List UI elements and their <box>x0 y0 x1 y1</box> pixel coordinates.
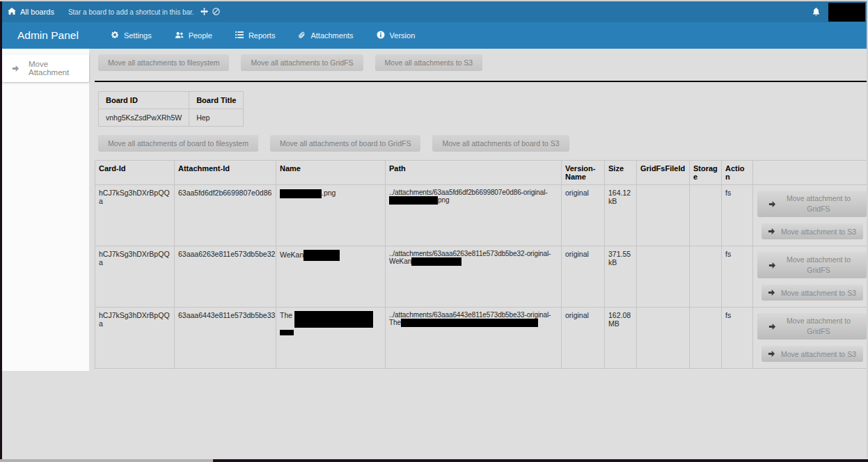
list-icon <box>235 31 244 40</box>
gridfsfileid-cell <box>637 246 690 308</box>
move-attachment-to-gridfs-button[interactable]: Move attachment to GridFS <box>757 191 867 217</box>
info-icon <box>377 31 385 40</box>
card-id-cell: hCJ7kSg3hDXrBpQQa <box>95 308 175 369</box>
move-all-to-s3-button[interactable]: Move all attachments to S3 <box>375 54 483 71</box>
sidebar: Move Attachment <box>2 49 89 371</box>
tab-reports[interactable]: Reports <box>235 31 276 40</box>
redacted-text <box>411 257 461 266</box>
action-cell: fs <box>722 308 753 369</box>
sidebar-item-label: Move Attachment <box>29 60 89 77</box>
board-title-header: Board Title <box>189 92 244 109</box>
bell-icon[interactable] <box>812 8 820 16</box>
redacted-text <box>280 330 294 335</box>
paperclip-icon <box>298 31 306 40</box>
arrow-right-icon <box>768 200 776 208</box>
arrow-right-icon <box>768 262 776 269</box>
move-attachment-to-s3-button[interactable]: Move attachment to S3 <box>762 223 863 239</box>
storage-cell <box>690 185 722 246</box>
users-icon <box>175 31 184 40</box>
gridfsfileid-cell <box>637 308 690 369</box>
storage-cell <box>690 308 722 369</box>
card-id-header: Card-Id <box>95 161 175 185</box>
all-boards-button[interactable]: All boards <box>8 8 54 16</box>
home-icon <box>8 8 16 16</box>
card-id-cell: hCJ7kSg3hDXrBpQQa <box>95 246 175 308</box>
board-title-cell: Hep <box>189 109 244 127</box>
horizontal-scrollbar[interactable] <box>0 459 868 462</box>
ban-icon[interactable] <box>212 6 220 18</box>
row-buttons-cell: Move attachment to GridFS Move attachmen… <box>753 246 868 308</box>
storage-cell <box>690 246 722 308</box>
board-move-buttons: Move all attachments of board to filesys… <box>98 135 867 152</box>
table-row: hCJ7kSg3hDXrBpQQa 63aaa6263e811e573db5be… <box>95 246 868 308</box>
attachment-id-cell: 63aaa6263e811e573db5be32 <box>175 246 276 308</box>
attachments-header-row: Card-Id Attachment-Id Name Path Version-… <box>95 161 868 185</box>
move-attachment-to-s3-button[interactable]: Move attachment to S3 <box>762 346 863 362</box>
attachment-id-cell: 63aaa6443e811e573db5be33 <box>175 308 276 369</box>
name-header: Name <box>276 161 386 185</box>
version-name-cell: original <box>562 185 605 246</box>
move-all-to-gridfs-button[interactable]: Move all attachments to GridFS <box>241 54 363 71</box>
sidebar-item-move-attachment[interactable]: Move Attachment <box>2 54 89 82</box>
size-cell: 164.12 kB <box>605 185 637 246</box>
table-row: hCJ7kSg3hDXrBpQQa 63aa5fd6df2b6699807e0d… <box>95 185 868 246</box>
divider <box>95 81 867 82</box>
row-buttons-cell: Move attachment to GridFS Move attachmen… <box>753 185 868 246</box>
action-cell: fs <box>722 185 753 246</box>
redacted-text <box>389 196 438 205</box>
move-all-to-filesystem-button[interactable]: Move all attachments to filesystem <box>98 54 229 71</box>
path-cell: ../attachments/63aaa6263e811e573db5be32-… <box>386 246 562 308</box>
gear-icon <box>111 31 119 40</box>
path-cell: ../attachments/63aa5fd6df2b6699807e0d86-… <box>386 185 562 246</box>
attachment-id-cell: 63aa5fd6df2b6699807e0d86 <box>175 185 276 246</box>
move-board-to-filesystem-button[interactable]: Move all attachments of board to filesys… <box>98 135 258 152</box>
arrow-right-icon <box>12 65 19 72</box>
attachment-id-header: Attachment-Id <box>175 161 276 185</box>
board-id-cell: vnhg5KsZsdPwXRh5W <box>99 109 189 127</box>
gridfsfileid-cell <box>637 185 690 246</box>
row-buttons-cell: Move attachment to GridFS Move attachmen… <box>753 308 868 369</box>
all-boards-label: All boards <box>20 8 54 16</box>
table-row: vnhg5KsZsdPwXRh5W Hep <box>99 109 244 127</box>
arrows-move-icon[interactable] <box>200 6 208 18</box>
move-attachment-to-s3-button[interactable]: Move attachment to S3 <box>762 285 863 301</box>
arrow-right-icon <box>768 323 776 330</box>
name-cell: The <box>276 308 386 369</box>
attachments-table: Card-Id Attachment-Id Name Path Version-… <box>95 160 868 369</box>
buttons-header <box>753 161 868 185</box>
gridfsfileid-header: GridFsFileId <box>637 161 690 185</box>
path-cell: ../attachments/63aaa6443e811e573db5be33-… <box>386 308 562 369</box>
board-table: Board ID Board Title vnhg5KsZsdPwXRh5W H… <box>98 91 244 127</box>
tab-version[interactable]: Version <box>377 31 416 40</box>
size-cell: 162.08 MB <box>605 308 637 369</box>
page-title: Admin Panel <box>17 29 79 42</box>
size-cell: 371.55 kB <box>605 246 637 308</box>
arrow-right-icon <box>768 289 775 296</box>
storage-header: Storage <box>690 161 722 185</box>
tab-settings[interactable]: Settings <box>111 31 152 40</box>
version-name-header: Version-Name <box>562 161 605 185</box>
admin-panel-bar: Admin Panel Settings People <box>2 22 867 49</box>
tab-people[interactable]: People <box>175 31 212 40</box>
content-area: Move Attachment Move all attachments to … <box>2 49 867 459</box>
user-avatar-redacted[interactable] <box>828 3 865 22</box>
move-board-to-s3-button[interactable]: Move all attachments of board to S3 <box>432 135 569 152</box>
tab-attachments[interactable]: Attachments <box>298 31 353 40</box>
shortcut-hint: Star a board to add a shortcut in this b… <box>68 8 194 16</box>
main-panel: Move all attachments to filesystem Move … <box>89 49 867 459</box>
scrollbar-thumb[interactable] <box>0 459 213 462</box>
topbar: All boards Star a board to add a shortcu… <box>2 1 867 22</box>
left-edge-strip <box>0 1 2 462</box>
version-name-cell: original <box>562 308 605 369</box>
size-header: Size <box>605 161 637 185</box>
admin-nav: Settings People Reports <box>111 31 415 40</box>
move-attachment-to-gridfs-button[interactable]: Move attachment to GridFS <box>757 313 867 340</box>
redacted-text <box>401 319 538 327</box>
redacted-text <box>303 250 340 261</box>
table-row: hCJ7kSg3hDXrBpQQa 63aaa6443e811e573db5be… <box>95 308 868 369</box>
move-attachment-to-gridfs-button[interactable]: Move attachment to GridFS <box>757 252 867 278</box>
card-id-cell: hCJ7kSg3hDXrBpQQa <box>95 185 175 246</box>
move-board-to-gridfs-button[interactable]: Move all attachments of board to GridFS <box>270 135 421 152</box>
arrow-right-icon <box>768 228 775 235</box>
wekan-app-window: All boards Star a board to add a shortcu… <box>2 1 867 459</box>
